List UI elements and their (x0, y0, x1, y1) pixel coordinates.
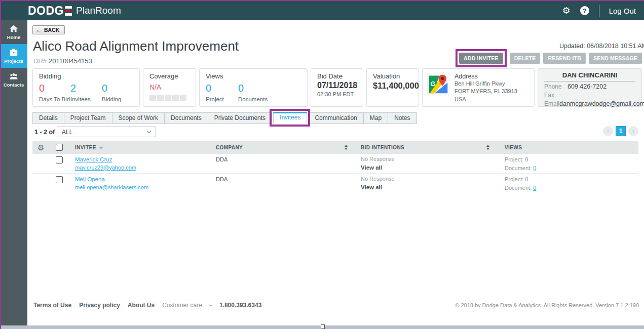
tab-private-documents[interactable]: Private Documents (208, 112, 272, 124)
tab-communication[interactable]: Communication (308, 112, 363, 124)
next-page-button[interactable]: › (628, 126, 638, 136)
contact-card: DAN CHINCARINI Phone 609 426-7202 Fax Em… (538, 68, 642, 107)
views-cell: Project: 0 Document: 0 (499, 155, 638, 172)
sidebar-item-projects[interactable]: Projects (0, 44, 27, 68)
bid-date-card: Bid Date 07/11/2018 02:30 PM EDT (311, 68, 363, 107)
column-header-bid-intentions[interactable]: BID INTENTIONS (355, 145, 499, 150)
row-checkbox[interactable] (56, 176, 63, 183)
document-count-link[interactable]: 0 (533, 185, 536, 191)
select-all-checkbox[interactable] (56, 144, 63, 151)
tab-details[interactable]: Details (32, 112, 64, 124)
about-us-link[interactable]: About Us (128, 302, 155, 309)
settings-gear-icon[interactable]: ⚙ (562, 6, 570, 15)
resend-itb-button[interactable]: RESEND ITB (543, 53, 586, 64)
address-line1: Ben Hill Griffin Pkwy (454, 80, 529, 88)
chevron-down-icon (147, 129, 151, 133)
customer-care-label: Customer care (162, 302, 202, 309)
document-count-link[interactable]: 0 (533, 165, 536, 171)
invitee-name-link[interactable]: Mell Opena (75, 176, 105, 182)
dodge-planroom-logo: DODG PlanRoom (28, 4, 121, 18)
topbar-divider (599, 5, 599, 17)
column-settings-gear-icon[interactable]: ⚙ (37, 144, 45, 151)
sort-both-icon (345, 145, 348, 150)
bidding-stat: 0 Bidding (102, 83, 133, 102)
planroom-window: DODG PlanRoom ⚙ ? Log Out Home Projects (0, 0, 644, 329)
copyright-text: © 2018 by Dodge Data & Analytics. All Ri… (455, 302, 639, 308)
contacts-people-icon (9, 72, 18, 81)
svg-text:G: G (430, 80, 435, 88)
briefcase-icon (9, 48, 18, 57)
planroom-logo-text: PlanRoom (76, 5, 121, 16)
views-card: Views 0 Project 0 Documents (199, 68, 308, 107)
coverage-progress-blocks (149, 95, 190, 101)
logout-button[interactable]: Log Out (609, 7, 636, 15)
project-views-stat: 0 Project (206, 83, 238, 102)
view-all-link[interactable]: View all (361, 163, 489, 172)
tab-scope-of-work[interactable]: Scope of Work (112, 112, 165, 124)
sidebar-item-label: Projects (4, 58, 23, 64)
invitees-stat: 2 Invitees (70, 83, 102, 102)
sidebar-item-home[interactable]: Home (0, 20, 27, 44)
privacy-policy-link[interactable]: Privacy policy (79, 302, 120, 309)
coverage-card: Coverage N/A (143, 68, 196, 107)
valuation-amount: $11,400,000 (373, 81, 412, 91)
summary-cards: Bidding 0 Days To Bid 2 Invitees 0 Biddi… (32, 68, 642, 107)
invitee-email-link[interactable]: mav.cruz23@yahoo.com (75, 164, 136, 171)
bid-date-value: 07/11/2018 (317, 81, 357, 90)
prev-page-button[interactable]: ‹ (603, 126, 613, 136)
top-bar: DODG PlanRoom ⚙ ? Log Out (0, 1, 644, 20)
horizontal-scrollbar[interactable] (0, 325, 644, 329)
topbar-actions: ⚙ ? Log Out (562, 5, 636, 17)
views-cell: Project: 0 Document: 0 (499, 175, 638, 192)
tab-invitees[interactable]: Invitees (273, 112, 307, 124)
column-header-company[interactable]: COMPANY (210, 145, 355, 150)
view-all-link[interactable]: View all (361, 183, 489, 192)
document-views-stat: 0 Documents (238, 83, 271, 102)
invitee-email-link[interactable]: mell.opena@sharklasers.com (75, 184, 148, 190)
days-to-bid-stat: 0 Days To Bid (39, 83, 70, 102)
sidebar-item-contacts[interactable]: Contacts (0, 68, 27, 92)
valuation-card: Valuation $11,400,000 (366, 68, 419, 107)
dodge-logo-e-icon (65, 6, 72, 16)
invitee-row-mell-opena: Mell Opena mell.opena@sharklasers.com DD… (32, 174, 638, 193)
terms-of-use-link[interactable]: Terms of Use (33, 302, 71, 309)
back-arrow-icon: ← (36, 26, 42, 33)
home-icon (9, 24, 18, 33)
row-checkbox[interactable] (56, 156, 63, 163)
delete-button[interactable]: DELETE (510, 53, 541, 64)
bid-status: No Response (361, 155, 489, 163)
tab-map[interactable]: Map (363, 112, 388, 124)
annotation-box-invitees-tab: Invitees (270, 109, 310, 127)
bid-time-value: 02:30 PM EDT (317, 91, 357, 97)
company-cell: DDA (216, 155, 228, 162)
page-number-button[interactable]: 1 (616, 126, 626, 136)
bidding-card: Bidding 0 Days To Bid 2 Invitees 0 Biddi… (32, 68, 140, 107)
customer-care-phone: 1.800.393.6343 (219, 302, 261, 309)
address-line2: FORT MYERS, FL 33913 USA (454, 88, 529, 103)
tab-project-team[interactable]: Project Team (64, 112, 112, 124)
company-cell: DDA (216, 175, 228, 182)
scrollbar-handle[interactable] (321, 324, 325, 329)
annotation-border-top (0, 0, 644, 1)
column-header-invitee[interactable]: INVITEE (69, 145, 210, 150)
invitee-action-buttons: ADD INVITEE DELETE RESEND ITB SEND MESSA… (456, 53, 642, 64)
updated-timestamp: Updated: 06/08/2018 10:51 AM (559, 43, 644, 50)
invitees-table: ⚙ INVITEE COMPANY BID INTENTIONS (32, 141, 638, 193)
add-invitee-button[interactable]: ADD INVITEE (459, 53, 503, 64)
invitee-name-link[interactable]: Maverick Cruz (75, 156, 112, 162)
help-icon[interactable]: ? (580, 6, 589, 15)
sidebar-nav: Home Projects Contacts (0, 20, 27, 325)
dodge-logo-text: DODG (28, 4, 64, 18)
invitee-row-maverick-cruz: Maverick Cruz mav.cruz23@yahoo.com DDA N… (32, 154, 638, 174)
address-card: G Address Ben Hill Griffin Pkwy FORT MYE… (422, 68, 535, 107)
bid-status: No Response (361, 175, 489, 183)
send-message-button[interactable]: SEND MESSAGE (589, 53, 642, 64)
tab-documents[interactable]: Documents (164, 112, 208, 124)
tab-notes[interactable]: Notes (388, 112, 416, 124)
dr-number-line: DR#201100454153 (33, 57, 92, 65)
google-maps-icon[interactable]: G (427, 73, 449, 102)
back-button[interactable]: ← BACK (32, 25, 65, 34)
dr-label: DR# (33, 57, 47, 65)
sort-both-icon (486, 145, 489, 150)
invitee-filter-select[interactable]: ALL (57, 127, 156, 137)
